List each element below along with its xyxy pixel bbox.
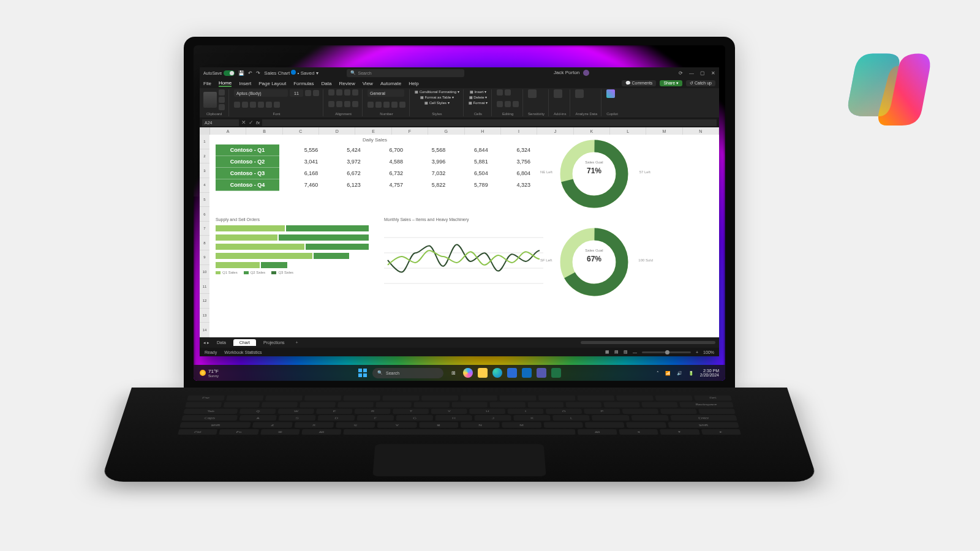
zoom-slider[interactable] bbox=[642, 351, 691, 353]
cut-icon[interactable] bbox=[219, 89, 225, 96]
menu-home[interactable]: Home bbox=[219, 80, 232, 87]
search-input[interactable]: 🔍 Search bbox=[347, 69, 464, 77]
clear-icon[interactable] bbox=[497, 101, 503, 107]
fx-icon[interactable]: fx bbox=[256, 120, 260, 126]
menu-review[interactable]: Review bbox=[339, 81, 355, 86]
fill-icon[interactable] bbox=[505, 89, 511, 96]
taskbar-search[interactable]: 🔍Search bbox=[372, 368, 443, 378]
tab-data[interactable]: Data bbox=[211, 339, 232, 346]
store-icon[interactable] bbox=[507, 368, 517, 378]
format-cells-button[interactable]: ▦ Format ▾ bbox=[469, 100, 488, 105]
explorer-icon[interactable] bbox=[478, 368, 488, 378]
copilot-taskbar-icon[interactable] bbox=[463, 368, 473, 378]
format-as-table-button[interactable]: ▦ Format as Table ▾ bbox=[420, 95, 454, 99]
worksheet[interactable]: ABCDEFGHIJKLMN 1234567891011121314 Daily… bbox=[200, 127, 719, 337]
tab-projections[interactable]: Projections bbox=[257, 339, 291, 346]
sheet-nav-next-icon[interactable]: ▸ bbox=[207, 340, 209, 345]
cell-styles-button[interactable]: ▦ Cell Styles ▾ bbox=[424, 100, 450, 105]
border-icon[interactable] bbox=[258, 102, 264, 108]
find-icon[interactable] bbox=[513, 101, 519, 107]
close-icon[interactable]: ✕ bbox=[711, 70, 715, 76]
view-break-icon[interactable]: ▧ bbox=[624, 350, 628, 354]
user-account[interactable]: Jack Porton bbox=[554, 70, 589, 76]
undo-icon[interactable]: ↶ bbox=[248, 70, 252, 76]
italic-icon[interactable] bbox=[242, 102, 248, 108]
redo-icon[interactable]: ↷ bbox=[256, 70, 260, 76]
enter-fx-icon[interactable]: ✓ bbox=[249, 119, 254, 126]
increase-font-icon[interactable] bbox=[305, 90, 311, 96]
number-format-select[interactable]: General bbox=[368, 89, 404, 97]
battery-icon[interactable]: 🔋 bbox=[688, 371, 694, 375]
font-color-icon[interactable] bbox=[274, 102, 280, 108]
menu-help[interactable]: Help bbox=[409, 81, 418, 86]
catchup-button[interactable]: ↺ Catch up bbox=[686, 80, 715, 86]
insert-cells-button[interactable]: ▦ Insert ▾ bbox=[470, 89, 486, 94]
taskbar-weather[interactable]: 71°FSunny bbox=[200, 369, 219, 378]
titlebar[interactable]: AutoSave 💾 ↶ ↷ Sales Chart • Saved ▾ 🔍 S… bbox=[200, 67, 719, 78]
copy-icon[interactable] bbox=[219, 97, 225, 103]
add-sheet-button[interactable]: + bbox=[292, 339, 302, 346]
edge-icon[interactable] bbox=[492, 368, 502, 378]
font-size-select[interactable]: 11 bbox=[290, 89, 303, 97]
share-button[interactable]: Share ▾ bbox=[660, 80, 682, 86]
align-bot-icon[interactable] bbox=[344, 89, 350, 96]
align-mid-icon[interactable] bbox=[336, 89, 342, 96]
excel-taskbar-icon[interactable] bbox=[551, 368, 561, 378]
dec-dec-icon[interactable] bbox=[399, 102, 405, 108]
cancel-fx-icon[interactable]: ✕ bbox=[241, 119, 246, 126]
sort-filter-icon[interactable] bbox=[505, 101, 511, 107]
horizontal-scrollbar[interactable] bbox=[581, 341, 715, 344]
menu-data[interactable]: Data bbox=[322, 81, 332, 86]
volume-icon[interactable]: 🔊 bbox=[677, 371, 682, 375]
percent-icon[interactable] bbox=[375, 102, 382, 108]
align-right-icon[interactable] bbox=[344, 101, 350, 107]
teams-icon[interactable] bbox=[537, 368, 546, 378]
underline-icon[interactable] bbox=[250, 102, 256, 108]
minimize-icon[interactable]: — bbox=[689, 70, 694, 76]
autosum-icon[interactable] bbox=[497, 89, 503, 96]
taskbar-clock[interactable]: 2:30 PM2/20/2024 bbox=[700, 369, 719, 377]
menu-view[interactable]: View bbox=[363, 81, 373, 86]
workbook-stats[interactable]: Workbook Statistics bbox=[224, 350, 262, 354]
comments-button[interactable]: 💬 Comments bbox=[622, 80, 657, 86]
analyze-data-icon[interactable] bbox=[575, 89, 584, 98]
view-normal-icon[interactable]: ▦ bbox=[605, 350, 609, 354]
conditional-formatting-button[interactable]: ▦ Conditional Formatting ▾ bbox=[415, 89, 459, 94]
row-headers[interactable]: 1234567891011121314 bbox=[200, 135, 209, 337]
align-center-icon[interactable] bbox=[336, 101, 342, 107]
format-painter-icon[interactable] bbox=[219, 104, 225, 110]
menu-insert[interactable]: Insert bbox=[239, 81, 251, 86]
bold-icon[interactable] bbox=[234, 102, 240, 108]
copilot-ribbon-icon[interactable] bbox=[606, 89, 615, 98]
comma-icon[interactable] bbox=[383, 102, 390, 108]
menu-file[interactable]: File bbox=[203, 81, 211, 86]
view-page-icon[interactable]: ▤ bbox=[614, 350, 619, 354]
tray-chevron-icon[interactable]: ˄ bbox=[657, 371, 659, 375]
font-select[interactable]: Aptos (Body) bbox=[234, 89, 288, 97]
sheet-nav-prev-icon[interactable]: ◂ bbox=[203, 340, 206, 345]
inc-dec-icon[interactable] bbox=[391, 102, 398, 108]
name-box[interactable]: A24 bbox=[202, 119, 239, 126]
paste-icon[interactable] bbox=[203, 92, 217, 108]
column-headers[interactable]: ABCDEFGHIJKLMN bbox=[200, 127, 719, 135]
delete-cells-button[interactable]: ▦ Delete ▾ bbox=[469, 95, 488, 99]
fill-color-icon[interactable] bbox=[266, 102, 272, 108]
addins-icon[interactable] bbox=[554, 89, 562, 98]
currency-icon[interactable] bbox=[368, 102, 374, 108]
zoom-level[interactable]: 100% bbox=[703, 350, 714, 354]
sensitivity-icon[interactable] bbox=[528, 89, 537, 98]
menu-page-layout[interactable]: Page Layout bbox=[258, 81, 286, 86]
wrap-text-icon[interactable] bbox=[352, 89, 358, 96]
document-name[interactable]: Sales Chart • Saved ▾ bbox=[264, 70, 318, 76]
menu-formulas[interactable]: Formulas bbox=[293, 81, 314, 86]
save-icon[interactable]: 💾 bbox=[238, 70, 244, 76]
task-view-icon[interactable]: ⊞ bbox=[448, 368, 458, 378]
formula-input[interactable] bbox=[262, 119, 717, 126]
maximize-icon[interactable]: ▢ bbox=[700, 70, 705, 76]
outlook-icon[interactable] bbox=[522, 368, 532, 378]
wifi-icon[interactable]: 📶 bbox=[665, 371, 671, 375]
menu-automate[interactable]: Automate bbox=[380, 81, 401, 86]
align-top-icon[interactable] bbox=[328, 89, 334, 96]
sync-icon[interactable]: ⟳ bbox=[679, 70, 683, 76]
autosave-toggle[interactable]: AutoSave bbox=[203, 70, 235, 76]
